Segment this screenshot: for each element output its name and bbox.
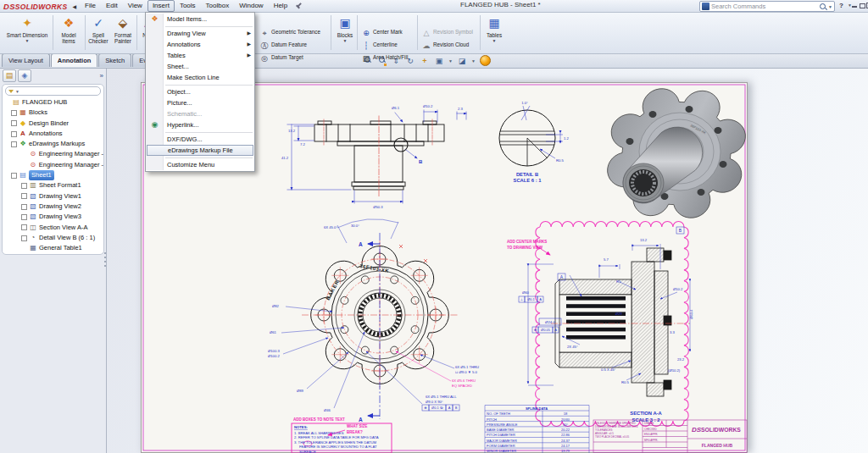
- insert-menu-item[interactable]: Drawing View▶: [146, 28, 254, 39]
- toolbar-stack-item[interactable]: ▨Area Hatch/Fill: [361, 51, 408, 64]
- view-orientation-caret-icon[interactable]: ▼: [448, 58, 453, 64]
- tree-expander-icon[interactable]: [21, 204, 27, 210]
- tree-expander-icon[interactable]: [21, 193, 27, 199]
- restore-button[interactable]: [859, 2, 865, 8]
- insert-menu-item[interactable]: Hyperlink...▶: [146, 119, 254, 130]
- panel-expand-icon[interactable]: »: [100, 72, 103, 80]
- dim-label[interactable]: Ø100.3: [268, 349, 280, 353]
- toolbar-stack-item[interactable]: ☁Revision Cloud: [421, 38, 469, 51]
- markup-note[interactable]: ADD BOXES TO NOTE TEXT: [293, 417, 345, 422]
- tree-filter-input[interactable]: ▼: [5, 86, 101, 96]
- dim-label[interactable]: 41.2: [281, 156, 289, 160]
- search-scope-icon[interactable]: [702, 3, 709, 10]
- insert-menu-item[interactable]: Model Items...▶: [146, 14, 254, 25]
- menu-item[interactable]: Edit: [101, 0, 123, 12]
- insert-menu-item[interactable]: DXF/DWG...▶: [146, 134, 254, 145]
- tree-item[interactable]: Drawing View2: [3, 202, 103, 212]
- gdt-frame[interactable]: ⊕ Ø0.1 Ⓜ A B: [422, 405, 459, 411]
- dim-label[interactable]: Ø10.2: [673, 287, 683, 291]
- dim-label[interactable]: (Ø10.2): [668, 368, 681, 373]
- dim-label[interactable]: 2.3: [458, 107, 463, 111]
- dim-label[interactable]: 2X 45°: [567, 345, 578, 349]
- dim-label[interactable]: Ø60: [522, 290, 530, 295]
- dim-label[interactable]: 1.2: [564, 136, 569, 141]
- tree-expander-icon[interactable]: [11, 173, 17, 179]
- panel-splitter-grip[interactable]: [103, 252, 107, 271]
- insert-menu-item[interactable]: Object...▶: [146, 86, 254, 97]
- spline-data-table[interactable]: SPLINE DATA NO. OF TEETH18 PITCH20/40 PR…: [485, 406, 589, 453]
- hole-callout[interactable]: Ø9.0 X 90°: [426, 400, 443, 404]
- tree-expander-icon[interactable]: [21, 214, 27, 220]
- tree-item[interactable]: FLANGED HUB: [3, 97, 103, 108]
- blocks-button[interactable]: ▣ Blocks ▼: [334, 14, 356, 52]
- markup-note[interactable]: BREAK?: [347, 430, 363, 434]
- search-caret-icon[interactable]: ▼: [828, 4, 832, 9]
- dim-label[interactable]: Ø82: [272, 304, 280, 308]
- insert-menu-item[interactable]: Schematic...▶: [146, 108, 254, 119]
- dim-label[interactable]: Ø61: [270, 330, 277, 334]
- detail-b-flag[interactable]: B: [419, 159, 423, 164]
- smart-dimension-button[interactable]: ✦ Smart Dimension ▼: [3, 14, 51, 52]
- tables-button[interactable]: ▦ Tables ▼: [483, 14, 505, 52]
- tree-item[interactable]: Sheet Format1: [3, 180, 103, 191]
- tree-expander-icon[interactable]: [11, 110, 17, 116]
- tree-item[interactable]: General Table1: [3, 243, 103, 253]
- toolbar-stack-item[interactable]: ┆Centerline: [361, 38, 398, 51]
- tree-item[interactable]: Section View A-A: [3, 223, 103, 233]
- format-painter-button[interactable]: ⬙ Format Painter: [110, 14, 136, 52]
- view-scale-label[interactable]: SCALE 6 : 1: [514, 178, 542, 183]
- tree-item[interactable]: Drawing View3: [3, 212, 103, 222]
- view-label[interactable]: SECTION A-A: [630, 411, 662, 416]
- dim-label[interactable]: R0.5: [621, 380, 630, 384]
- help-button[interactable]: ?: [839, 2, 843, 9]
- menu-item[interactable]: File: [80, 0, 101, 12]
- dim-label[interactable]: 13.2: [288, 129, 296, 133]
- toolbar-stack-item[interactable]: ⒶDatum Feature: [259, 38, 307, 51]
- dim-label[interactable]: 23.2: [677, 357, 685, 362]
- dim-label[interactable]: Ø46: [324, 408, 331, 412]
- insert-menu-item[interactable]: Tables▶: [146, 50, 254, 61]
- dim-label[interactable]: Ø29: [615, 312, 623, 316]
- dim-label[interactable]: 3.3: [670, 330, 675, 334]
- search-icon[interactable]: [819, 3, 826, 10]
- menu-item[interactable]: View: [123, 0, 147, 12]
- display-style-icon[interactable]: ◪: [457, 56, 467, 66]
- command-tab[interactable]: View Layout: [2, 53, 50, 67]
- tree-expander-icon[interactable]: [21, 235, 27, 241]
- tables-caret-icon[interactable]: ▼: [483, 38, 505, 44]
- spell-checker-button[interactable]: ✓ Spell Checker: [86, 14, 110, 52]
- insert-menu-item[interactable]: eDrawings Markup File▶: [147, 145, 253, 156]
- pin-icon[interactable]: [296, 3, 303, 9]
- hole-callout-markup[interactable]: 6X Ø5.6 THRU: [452, 378, 476, 383]
- toolbar-stack-item[interactable]: ◎Datum Target: [259, 51, 303, 64]
- insert-menu-item[interactable]: Annotations▶: [146, 39, 254, 50]
- smart-dimension-caret-icon[interactable]: ▼: [3, 38, 51, 44]
- tree-expander-icon[interactable]: [21, 183, 27, 189]
- tree-item[interactable]: Design Binder: [3, 119, 103, 129]
- tree-item[interactable]: Annotations: [3, 129, 103, 139]
- menu-item[interactable]: Window: [234, 0, 268, 12]
- tree-item[interactable]: Engineering Manager -: [3, 149, 103, 159]
- insert-menu-item[interactable]: Sheet...▶: [146, 61, 254, 72]
- drawing-view-front[interactable]: 6X 45.0° 30.0° Ø82 Ø61 Ø100.3 Ø100.2 Ø89…: [268, 219, 479, 423]
- blocks-caret-icon[interactable]: ▼: [334, 38, 356, 44]
- dim-label[interactable]: 30.0°: [351, 224, 359, 228]
- tree-expander-icon[interactable]: [11, 131, 17, 137]
- markup-note[interactable]: TO DRAWING VIEW: [507, 246, 543, 250]
- tree-item[interactable]: Detail View B (6 : 1): [3, 233, 103, 243]
- view-label[interactable]: DETAIL B: [516, 172, 538, 177]
- markup-note[interactable]: ADD CENTER MARKS: [507, 240, 547, 244]
- toolbar-stack-item[interactable]: ⌖Geometric Tolerance: [259, 25, 320, 38]
- insert-menu-item[interactable]: Customize Menu▶: [146, 159, 254, 170]
- pan-icon[interactable]: +: [420, 56, 430, 66]
- tree-item[interactable]: eDrawings Markups: [3, 139, 103, 149]
- tree-expander-icon[interactable]: [11, 141, 17, 147]
- tree-item[interactable]: Sheet1: [3, 170, 103, 180]
- hole-callout-markup[interactable]: EQ SPACED: [452, 384, 472, 388]
- dim-label[interactable]: Ø6.1: [392, 106, 400, 110]
- dim-label[interactable]: Ø63.4: [689, 309, 693, 319]
- menu-item[interactable]: Toolbox: [201, 0, 235, 12]
- menu-item[interactable]: Tools: [175, 0, 201, 12]
- tree-item[interactable]: Engineering Manager -: [3, 160, 103, 170]
- dim-label[interactable]: R5: [616, 279, 621, 284]
